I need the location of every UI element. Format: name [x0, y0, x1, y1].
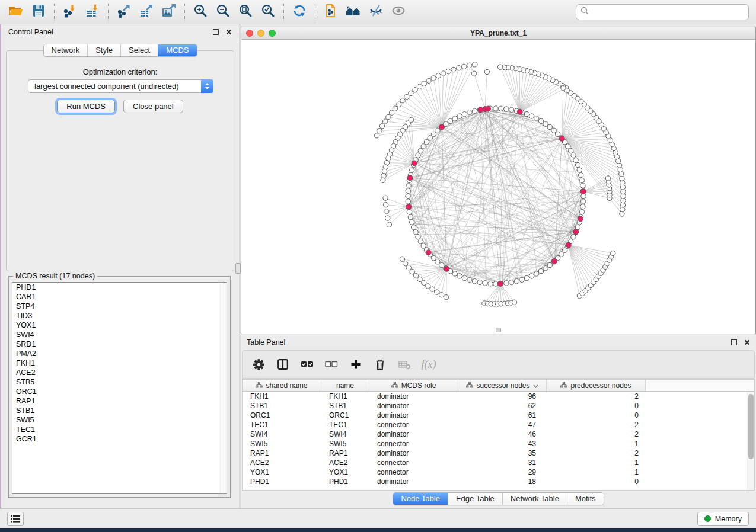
graph-mcds-hub-node[interactable] [580, 189, 586, 194]
graph-node[interactable] [439, 262, 444, 267]
graph-leaf-node[interactable] [374, 133, 379, 138]
optimization-select[interactable]: largest connected component (undirected) [28, 79, 213, 93]
graph-node[interactable] [573, 158, 578, 162]
graph-leaf-node[interactable] [611, 251, 615, 255]
graph-leaf-node[interactable] [400, 98, 405, 103]
graph-node[interactable] [406, 199, 410, 204]
run-mcds-button[interactable]: Run MCDS [57, 100, 115, 113]
float-panel-icon[interactable] [213, 29, 219, 35]
graph-node[interactable] [504, 281, 509, 286]
graph-node[interactable] [551, 128, 556, 133]
graph-leaf-node[interactable] [393, 106, 397, 111]
graph-mcds-hub-node[interactable] [426, 250, 431, 255]
graph-leaf-node[interactable] [497, 65, 502, 69]
graph-node[interactable] [543, 121, 548, 126]
mcds-result-item[interactable]: GCR1 [12, 434, 227, 444]
graph-node[interactable] [406, 183, 411, 188]
tab-network[interactable]: Network [43, 44, 87, 56]
graph-leaf-node[interactable] [441, 71, 446, 76]
graph-leaf-node[interactable] [383, 196, 388, 200]
memory-button[interactable]: Memory [697, 512, 749, 526]
deselect-all-checkboxes-button[interactable] [325, 358, 338, 371]
graph-node[interactable] [418, 239, 423, 243]
column-header-shared-name[interactable]: shared name [243, 380, 321, 391]
graph-mcds-hub-node[interactable] [439, 124, 444, 130]
network-overview-button[interactable] [342, 2, 365, 22]
column-settings-button[interactable] [252, 358, 265, 371]
import-table-button[interactable] [81, 2, 104, 22]
graph-leaf-node[interactable] [417, 84, 422, 89]
graph-leaf-node[interactable] [377, 129, 382, 133]
search-box[interactable] [576, 4, 749, 20]
tab-select[interactable]: Select [120, 44, 158, 56]
tab-edge-table[interactable]: Edge Table [448, 493, 502, 505]
hide-selected-button[interactable] [365, 2, 387, 22]
graph-node[interactable] [421, 243, 426, 248]
zoom-in-button[interactable] [189, 2, 212, 22]
task-history-button[interactable] [7, 512, 24, 526]
graph-mcds-hub-node[interactable] [517, 109, 522, 114]
tab-node-table[interactable]: Node Table [393, 493, 448, 505]
graph-node[interactable] [519, 277, 524, 282]
tab-motifs[interactable]: Motifs [567, 493, 604, 505]
graph-leaf-node[interactable] [381, 174, 386, 178]
graph-mcds-hub-node[interactable] [566, 242, 571, 248]
mcds-result-item[interactable]: SRD1 [12, 339, 227, 349]
search-input[interactable] [592, 8, 744, 17]
graph-node[interactable] [424, 140, 429, 145]
graph-mcds-hub-node[interactable] [412, 161, 417, 166]
graph-leaf-node[interactable] [426, 78, 431, 83]
graph-node[interactable] [568, 148, 573, 153]
graph-leaf-node[interactable] [386, 114, 391, 119]
graph-node[interactable] [457, 274, 462, 278]
graph-node[interactable] [581, 199, 586, 204]
delete-column-button[interactable] [374, 358, 387, 371]
tab-style[interactable]: Style [87, 44, 120, 56]
column-header-name[interactable]: name [321, 380, 369, 391]
mcds-result-item[interactable]: PMA2 [12, 349, 227, 358]
mcds-result-item[interactable]: SWI5 [12, 415, 227, 425]
graph-leaf-node[interactable] [435, 290, 439, 294]
graph-leaf-node[interactable] [413, 88, 417, 92]
save-session-button[interactable] [27, 2, 50, 22]
graph-leaf-node[interactable] [605, 176, 610, 181]
graph-leaf-node[interactable] [431, 76, 436, 81]
graph-leaf-node[interactable] [404, 94, 409, 99]
graph-node[interactable] [578, 172, 583, 177]
graph-leaf-node[interactable] [422, 280, 426, 285]
graph-leaf-node[interactable] [387, 222, 391, 227]
graph-node[interactable] [524, 111, 529, 116]
graph-leaf-node[interactable] [381, 178, 385, 182]
graph-mcds-hub-node[interactable] [552, 258, 557, 264]
mcds-result-item[interactable]: SWI4 [12, 330, 227, 339]
open-session-button[interactable] [5, 2, 27, 22]
graph-node[interactable] [416, 235, 420, 239]
graph-leaf-node[interactable] [444, 295, 449, 300]
graph-leaf-node[interactable] [446, 69, 451, 73]
table-row[interactable]: ORC1ORC1dominator610 [243, 411, 754, 420]
apply-layout-button[interactable] [288, 2, 311, 22]
tab-network-table[interactable]: Network Table [502, 493, 567, 505]
graph-mcds-hub-node[interactable] [559, 136, 564, 141]
mcds-result-item[interactable]: STB1 [12, 406, 227, 415]
graph-node[interactable] [435, 128, 440, 133]
graph-leaf-node[interactable] [436, 73, 441, 78]
graph-node[interactable] [543, 266, 548, 271]
graph-leaf-node[interactable] [457, 66, 461, 70]
graph-node[interactable] [488, 281, 493, 286]
graph-node[interactable] [410, 168, 414, 172]
mcds-result-item[interactable]: TID3 [12, 311, 227, 321]
graph-node[interactable] [472, 108, 477, 113]
add-column-button[interactable] [349, 358, 362, 371]
zoom-selected-button[interactable] [257, 2, 279, 22]
close-panel-icon[interactable] [744, 337, 750, 348]
graph-leaf-node[interactable] [462, 64, 467, 69]
graph-node[interactable] [448, 118, 452, 123]
graph-leaf-node[interactable] [471, 71, 476, 76]
graph-leaf-node[interactable] [512, 300, 516, 305]
table-scrollbar-thumb[interactable] [748, 394, 754, 459]
graph-leaf-node[interactable] [417, 277, 422, 281]
zoom-out-button[interactable] [212, 2, 234, 22]
graph-leaf-node[interactable] [426, 284, 430, 289]
graph-mcds-hub-node[interactable] [497, 281, 503, 286]
